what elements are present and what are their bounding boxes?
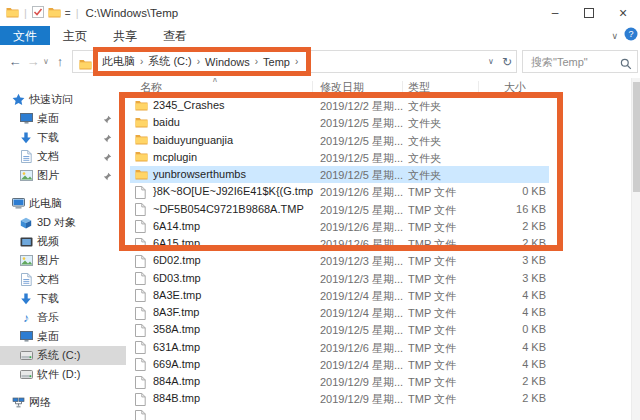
- file-name: yunbrowserthumbs: [153, 168, 246, 180]
- breadcrumb-drive-c[interactable]: 系统 (C:): [145, 54, 194, 69]
- address-bar[interactable]: 此电脑 › 系统 (C:) › Windows › Temp › ∨ ↻: [72, 50, 517, 73]
- file-row[interactable]: 669A.tmp2019/12/4 星期...TMP 文件4 KB: [130, 356, 549, 373]
- file-type: TMP 文件: [408, 323, 456, 338]
- minimize-button[interactable]: –: [538, 0, 572, 26]
- file-type: TMP 文件: [408, 272, 456, 287]
- file-size: 4 KB: [522, 358, 546, 370]
- column-header-name[interactable]: 名称: [140, 80, 162, 95]
- file-name: }8K~8O[UE~J92I6E41$K{(G.tmp: [153, 185, 313, 197]
- file-icon: [135, 289, 146, 304]
- tab-file[interactable]: 文件: [0, 26, 50, 45]
- refresh-icon[interactable]: ↻: [502, 55, 512, 69]
- file-row[interactable]: 2345_Crashes2019/12/2 星期...文件夹: [130, 97, 549, 114]
- file-row[interactable]: ~DF5B054C9721B9868A.TMP2019/12/5 星期...TM…: [130, 201, 549, 218]
- forward-button[interactable]: →: [24, 45, 42, 78]
- breadcrumb-windows[interactable]: Windows: [202, 56, 253, 68]
- file-row[interactable]: baidu2019/12/5 星期...文件夹: [130, 114, 549, 131]
- search-icon[interactable]: [620, 56, 632, 74]
- file-type: TMP 文件: [408, 289, 456, 304]
- breadcrumb-temp[interactable]: Temp: [260, 56, 293, 68]
- ribbon-collapse-icon[interactable]: ∨: [611, 31, 618, 41]
- column-header-type[interactable]: 类型: [408, 80, 430, 95]
- file-row[interactable]: 884B.tmp2019/12/9 星期...TMP 文件2 KB: [130, 390, 549, 407]
- music-icon: ♪: [18, 312, 34, 324]
- sidebar-item[interactable]: 下载: [0, 289, 126, 308]
- file-type: TMP 文件: [408, 306, 456, 321]
- scrollbar-thumb[interactable]: [633, 82, 640, 192]
- sidebar-item[interactable]: 系统 (C:): [0, 346, 126, 365]
- address-dropdown-icon[interactable]: ∨: [488, 57, 494, 66]
- sidebar-item-label: 图片: [37, 168, 59, 183]
- tab-share[interactable]: 共享: [100, 26, 150, 45]
- sidebar-item[interactable]: 快速访问: [0, 90, 126, 109]
- help-icon[interactable]: ?: [624, 27, 638, 45]
- sidebar-item[interactable]: 图片: [0, 166, 126, 185]
- document-icon: [18, 273, 34, 286]
- file-list: 2345_Crashes2019/12/2 星期...文件夹baidu2019/…: [130, 97, 549, 420]
- up-button[interactable]: ↑: [51, 45, 69, 78]
- file-row[interactable]: 6A15.tmp2019/12/6 星期...TMP 文件2 KB: [130, 235, 549, 252]
- sidebar-item[interactable]: 3D 对象: [0, 213, 126, 232]
- file-row[interactable]: 6D03.tmp2019/12/3 星期...TMP 文件3 KB: [130, 270, 549, 287]
- file-row[interactable]: 631A.tmp2019/12/6 星期...TMP 文件4 KB: [130, 339, 549, 356]
- tab-view[interactable]: 查看: [150, 26, 200, 45]
- sidebar-item[interactable]: 下载: [0, 128, 126, 147]
- sidebar-item[interactable]: ♪音乐: [0, 308, 126, 327]
- file-row[interactable]: yunbrowserthumbs2019/12/5 星期...文件夹: [130, 166, 549, 183]
- file-row[interactable]: 884A.tmp2019/12/9 星期...TMP 文件2 KB: [130, 373, 549, 390]
- search-input[interactable]: 搜索"Temp": [531, 55, 588, 70]
- back-button[interactable]: ←: [6, 45, 24, 78]
- file-size: 3 KB: [522, 272, 546, 284]
- sidebar: 快速访问桌面下载文档图片此电脑3D 对象视频图片文档下载♪音乐桌面系统 (C:)…: [0, 78, 126, 420]
- file-row[interactable]: 6A14.tmp2019/12/6 星期...TMP 文件2 KB: [130, 218, 549, 235]
- sidebar-item[interactable]: 视频: [0, 232, 126, 251]
- customize-quick-access-icon[interactable]: =: [65, 8, 71, 19]
- breadcrumb-separator-icon: ›: [138, 56, 145, 67]
- file-name: 2345_Crashes: [153, 99, 225, 111]
- toolbar-separator: |: [24, 7, 27, 19]
- breadcrumb: 此电脑 › 系统 (C:) › Windows › Temp ›: [99, 51, 300, 72]
- file-name: baiduyunguanjia: [153, 134, 233, 146]
- breadcrumb-separator-icon: ›: [293, 56, 300, 67]
- sidebar-item-label: 视频: [37, 234, 59, 249]
- sidebar-item[interactable]: 此电脑: [0, 194, 126, 213]
- sidebar-item[interactable]: 文档: [0, 147, 126, 166]
- pc-icon: [10, 198, 26, 209]
- sidebar-item[interactable]: 软件 (D:): [0, 365, 126, 384]
- search-box[interactable]: 搜索"Temp": [522, 50, 638, 73]
- properties-check-icon[interactable]: [32, 4, 44, 22]
- close-button[interactable]: ×: [606, 0, 640, 26]
- video-icon: [18, 237, 34, 247]
- vertical-scrollbar[interactable]: [631, 78, 640, 420]
- sidebar-item-label: 音乐: [37, 310, 59, 325]
- file-row[interactable]: 6D02.tmp2019/12/3 星期...TMP 文件3 KB: [130, 252, 549, 269]
- sidebar-item[interactable]: 图片: [0, 251, 126, 270]
- sidebar-item[interactable]: 网络: [0, 393, 126, 412]
- file-row[interactable]: mcplugin2019/12/5 星期...文件夹: [130, 149, 549, 166]
- folder-icon: [135, 134, 148, 147]
- column-header-size[interactable]: 大小: [504, 80, 526, 95]
- tab-home[interactable]: 主页: [50, 26, 100, 45]
- file-size: 16 KB: [516, 203, 546, 215]
- file-row[interactable]: }8K~8O[UE~J92I6E41$K{(G.tmp2019/12/6 星期.…: [130, 183, 549, 200]
- file-icon: [135, 238, 146, 253]
- file-row[interactable]: [130, 408, 549, 420]
- file-row[interactable]: baiduyunguanjia2019/12/5 星期...文件夹: [130, 132, 549, 149]
- explorer-window-icon: [6, 4, 19, 22]
- sidebar-item[interactable]: 桌面: [0, 109, 126, 128]
- pin-icon: [103, 114, 112, 126]
- folder-icon: [135, 151, 148, 164]
- file-row[interactable]: 8A3E.tmp2019/12/4 星期...TMP 文件4 KB: [130, 287, 549, 304]
- file-type: TMP 文件: [408, 375, 456, 390]
- maximize-button[interactable]: [572, 0, 606, 26]
- new-folder-icon[interactable]: [48, 4, 61, 22]
- file-row[interactable]: 8A3F.tmp2019/12/4 星期...TMP 文件4 KB: [130, 304, 549, 321]
- recent-locations-icon[interactable]: ∨: [41, 45, 51, 78]
- file-icon: [135, 186, 146, 201]
- sidebar-item[interactable]: 文档: [0, 270, 126, 289]
- column-header-date[interactable]: 修改日期: [320, 80, 364, 95]
- file-name: 6A14.tmp: [153, 220, 200, 232]
- file-row[interactable]: 358A.tmp2019/12/5 星期...TMP 文件0 KB: [130, 321, 549, 338]
- breadcrumb-this-pc[interactable]: 此电脑: [99, 54, 138, 69]
- sidebar-item[interactable]: 桌面: [0, 327, 126, 346]
